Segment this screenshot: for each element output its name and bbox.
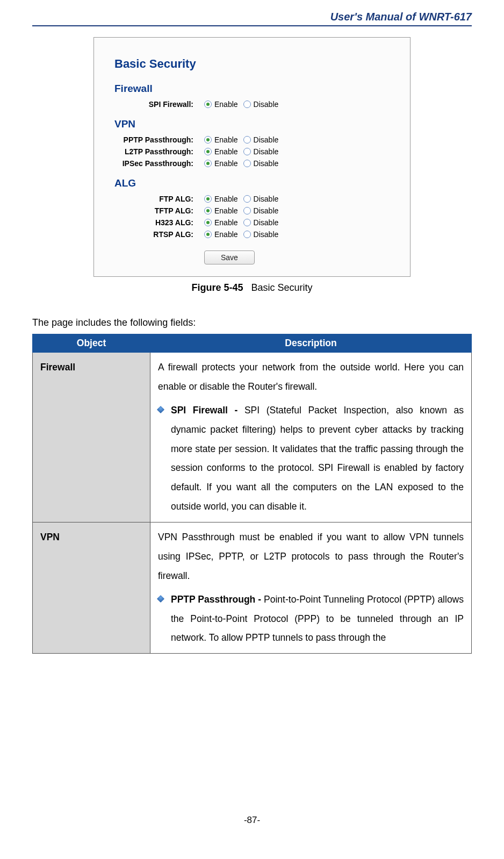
radio-h323-enable[interactable]: Enable: [204, 218, 238, 227]
diamond-bullet-icon: [157, 406, 164, 413]
radio-dot-icon: [243, 160, 251, 167]
radio-disable-text: Disable: [254, 147, 279, 156]
radio-tftp-disable[interactable]: Disable: [243, 206, 279, 215]
bullet-body: SPI (Stateful Packet Inspection, also kn…: [171, 405, 464, 512]
radio-disable-text: Disable: [254, 230, 279, 239]
radio-disable-text: Disable: [254, 195, 279, 203]
row-spi-firewall: SPI Firewall: Enable Disable: [105, 100, 399, 109]
radio-ipsec-enable[interactable]: Enable: [204, 159, 238, 168]
radio-disable-text: Disable: [254, 135, 279, 144]
radio-enable-text: Enable: [214, 147, 238, 156]
settings-panel: Basic Security Firewall SPI Firewall: En…: [93, 37, 411, 277]
figure-caption: Figure 5-45 Basic Security: [32, 282, 472, 294]
row-pptp: PPTP Passthrough: Enable Disable: [105, 135, 399, 144]
th-object: Object: [33, 334, 150, 353]
row-ipsec: IPSec Passthrough: Enable Disable: [105, 159, 399, 168]
bullet-item: SPI Firewall - SPI (Stateful Packet Insp…: [158, 401, 464, 517]
bullet-item: PPTP Passthrough - Point-to-Point Tunnel…: [158, 590, 464, 648]
radio-dot-icon: [243, 148, 251, 155]
radio-enable-text: Enable: [214, 100, 238, 109]
label-pptp: PPTP Passthrough:: [105, 135, 204, 144]
radio-pptp-disable[interactable]: Disable: [243, 135, 279, 144]
radio-dot-icon: [243, 207, 251, 214]
radio-spi-enable[interactable]: Enable: [204, 100, 238, 109]
radio-enable-text: Enable: [214, 159, 238, 168]
desc-intro: A firewall protects your network from th…: [158, 358, 464, 397]
radio-dot-icon: [243, 231, 251, 238]
desc-intro: VPN Passthrough must be enabled if you w…: [158, 528, 464, 586]
radio-disable-text: Disable: [254, 159, 279, 168]
radio-dot-icon: [243, 195, 251, 203]
table-row: Firewall A firewall protects your networ…: [33, 353, 472, 522]
label-h323-alg: H323 ALG:: [105, 218, 204, 227]
radio-enable-text: Enable: [214, 206, 238, 215]
radio-pptp-enable[interactable]: Enable: [204, 135, 238, 144]
radio-dot-icon: [243, 136, 251, 144]
label-rtsp-alg: RTSP ALG:: [105, 230, 204, 239]
label-spi-firewall: SPI Firewall:: [105, 100, 204, 109]
row-rtsp-alg: RTSP ALG: Enable Disable: [105, 230, 399, 239]
label-tftp-alg: TFTP ALG:: [105, 206, 204, 215]
row-h323-alg: H323 ALG: Enable Disable: [105, 218, 399, 227]
radio-disable-text: Disable: [254, 100, 279, 109]
radio-dot-icon: [204, 148, 212, 155]
radio-dot-icon: [243, 219, 251, 226]
panel-title: Basic Security: [114, 57, 399, 71]
radio-dot-icon: [204, 136, 212, 144]
cell-object-firewall: Firewall: [33, 353, 150, 522]
th-description: Description: [150, 334, 472, 353]
label-ipsec: IPSec Passthrough:: [105, 159, 204, 168]
radio-enable-text: Enable: [214, 195, 238, 203]
diamond-bullet-icon: [157, 595, 164, 603]
radio-enable-text: Enable: [214, 230, 238, 239]
radio-dot-icon: [243, 101, 251, 108]
bullet-head: SPI Firewall -: [171, 405, 244, 416]
radio-l2tp-enable[interactable]: Enable: [204, 147, 238, 156]
radio-ftp-enable[interactable]: Enable: [204, 195, 238, 203]
table-row: VPN VPN Passthrough must be enabled if y…: [33, 522, 472, 654]
figure-title: Basic Security: [251, 282, 313, 293]
save-button[interactable]: Save: [204, 250, 255, 264]
radio-spi-disable[interactable]: Disable: [243, 100, 279, 109]
bullet-text: PPTP Passthrough - Point-to-Point Tunnel…: [171, 590, 464, 648]
section-firewall-heading: Firewall: [114, 83, 399, 95]
section-vpn-heading: VPN: [114, 118, 399, 130]
radio-l2tp-disable[interactable]: Disable: [243, 147, 279, 156]
radio-disable-text: Disable: [254, 218, 279, 227]
cell-desc-firewall: A firewall protects your network from th…: [150, 353, 472, 522]
radio-dot-icon: [204, 219, 212, 226]
header-title: User's Manual of WNRT-617: [32, 11, 472, 23]
label-ftp-alg: FTP ALG:: [105, 195, 204, 203]
cell-desc-vpn: VPN Passthrough must be enabled if you w…: [150, 522, 472, 654]
radio-dot-icon: [204, 101, 212, 108]
intro-text: The page includes the following fields:: [32, 317, 472, 328]
radio-rtsp-disable[interactable]: Disable: [243, 230, 279, 239]
radio-dot-icon: [204, 207, 212, 214]
radio-disable-text: Disable: [254, 206, 279, 215]
radio-enable-text: Enable: [214, 135, 238, 144]
radio-ipsec-disable[interactable]: Disable: [243, 159, 279, 168]
radio-dot-icon: [204, 231, 212, 238]
row-ftp-alg: FTP ALG: Enable Disable: [105, 195, 399, 203]
header-rule: [32, 25, 472, 26]
bullet-head: PPTP Passthrough -: [171, 594, 264, 605]
description-table: Object Description Firewall A firewall p…: [32, 334, 472, 654]
figure-number: Figure 5-45: [191, 282, 243, 293]
radio-enable-text: Enable: [214, 218, 238, 227]
bullet-text: SPI Firewall - SPI (Stateful Packet Insp…: [171, 401, 464, 517]
radio-dot-icon: [204, 160, 212, 167]
row-tftp-alg: TFTP ALG: Enable Disable: [105, 206, 399, 215]
section-alg-heading: ALG: [114, 177, 399, 189]
radio-rtsp-enable[interactable]: Enable: [204, 230, 238, 239]
radio-h323-disable[interactable]: Disable: [243, 218, 279, 227]
page-number: -87-: [0, 815, 504, 826]
label-l2tp: L2TP Passthrough:: [105, 147, 204, 156]
radio-ftp-disable[interactable]: Disable: [243, 195, 279, 203]
radio-tftp-enable[interactable]: Enable: [204, 206, 238, 215]
radio-dot-icon: [204, 195, 212, 203]
cell-object-vpn: VPN: [33, 522, 150, 654]
row-l2tp: L2TP Passthrough: Enable Disable: [105, 147, 399, 156]
